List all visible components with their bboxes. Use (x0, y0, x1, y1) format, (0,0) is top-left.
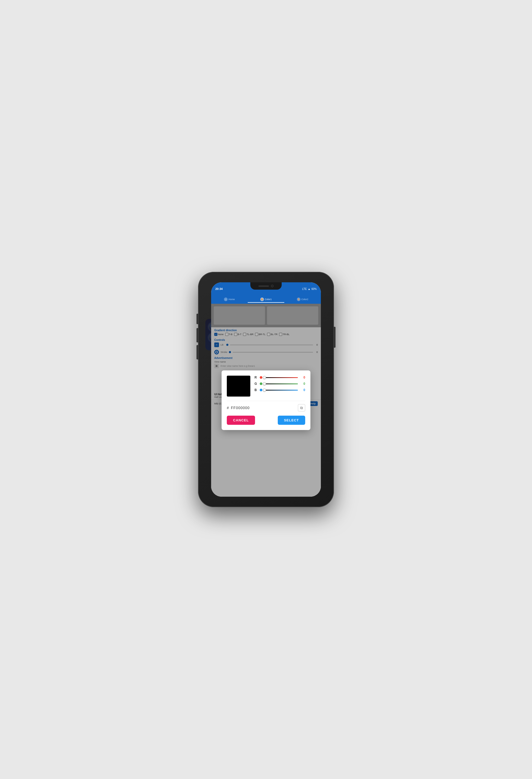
notch-front-camera (271, 285, 274, 287)
color-picker-dialog: R 0 G (221, 370, 311, 430)
palette-icon: 🎨 (260, 297, 264, 301)
notch (250, 282, 282, 290)
green-slider-thumb[interactable] (263, 382, 266, 385)
battery-icon: 60% (312, 288, 317, 290)
volume-up-button[interactable] (197, 328, 198, 343)
red-row: R 0 (255, 376, 305, 379)
g-label: G (255, 382, 258, 385)
red-dot (260, 376, 262, 379)
power-button[interactable] (334, 327, 335, 348)
app-tab-bar: ⌂ Home 🎨 Color1 🎨 Color2 (211, 295, 321, 304)
tab-home[interactable]: ⌂ Home (211, 296, 248, 303)
rgb-sliders: R 0 G (255, 376, 305, 395)
green-dot (260, 382, 262, 385)
green-slider-track[interactable] (264, 383, 298, 384)
tab-color2-label: Color2 (301, 298, 308, 301)
signal-icon: ▲ (308, 288, 311, 290)
r-value: 0 (300, 376, 305, 379)
palette2-icon: 🎨 (297, 297, 301, 301)
tab-color2[interactable]: 🎨 Color2 (284, 296, 321, 303)
hex-row: # FF000000 ⧉ (227, 401, 305, 412)
select-button[interactable]: SELECT (278, 416, 305, 425)
hex-value[interactable]: FF000000 (231, 406, 250, 410)
blue-row: B 0 (255, 388, 305, 392)
blue-dot (260, 389, 262, 391)
volume-silent-button[interactable] (197, 314, 198, 324)
volume-down-button[interactable] (197, 345, 198, 359)
home-icon: ⌂ (224, 297, 227, 301)
lte-icon: LTE (302, 288, 307, 290)
dialog-overlay: R 0 G (211, 304, 321, 497)
color-preview (227, 376, 250, 397)
green-row: G 0 (255, 382, 305, 385)
red-slider-thumb[interactable] (263, 376, 266, 379)
dialog-buttons: CANCEL SELECT (227, 416, 305, 425)
blue-slider-track[interactable] (264, 390, 298, 391)
b-label: B (255, 388, 258, 392)
tab-color1-label: Color1 (265, 298, 272, 301)
phone-frame: 20:34 LTE ▲ 60% ⌂ Home 🎨 Color1 🎨 Color2 (198, 272, 334, 507)
phone-screen: 20:34 LTE ▲ 60% ⌂ Home 🎨 Color1 🎨 Color2 (211, 282, 321, 497)
status-time: 20:34 (215, 287, 223, 290)
dialog-top: R 0 G (227, 376, 305, 397)
cancel-button[interactable]: CANCEL (227, 416, 255, 425)
notch-speaker (258, 286, 269, 287)
hex-hash: # (227, 406, 229, 410)
g-value: 0 (300, 382, 305, 385)
copy-icon[interactable]: ⧉ (298, 404, 305, 412)
tab-color1[interactable]: 🎨 Color1 (248, 296, 284, 303)
tab-home-label: Home (228, 298, 235, 301)
blue-slider-thumb[interactable] (263, 388, 266, 392)
b-value: 0 (300, 388, 305, 392)
r-label: R (255, 376, 258, 379)
screen-content: Gradient direction None T-B B-T (211, 304, 321, 497)
status-icons: LTE ▲ 60% (302, 288, 317, 290)
red-slider-track[interactable] (264, 377, 298, 378)
